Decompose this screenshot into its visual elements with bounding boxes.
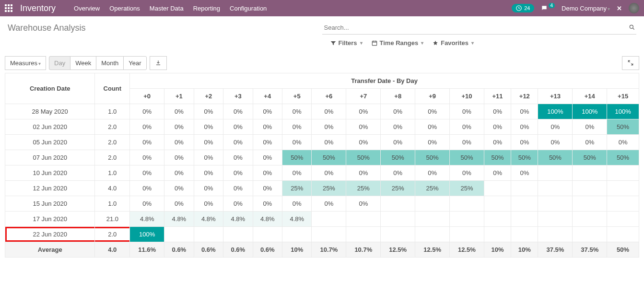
cell-value[interactable]: 50% — [607, 150, 639, 165]
cell-value[interactable]: 0% — [253, 135, 282, 150]
cell-value[interactable]: 0% — [282, 135, 312, 150]
cell-value[interactable] — [573, 212, 607, 227]
cell-value[interactable]: 0% — [223, 119, 253, 135]
cell-value[interactable]: 100% — [538, 104, 573, 119]
cell-value[interactable]: 0% — [346, 165, 381, 181]
cell-value[interactable] — [538, 196, 573, 212]
cell-value[interactable]: 0% — [130, 196, 164, 212]
company-selector[interactable]: Demo Company — [562, 5, 610, 12]
cell-value[interactable]: 0% — [450, 119, 484, 135]
interval-day[interactable]: Day — [49, 56, 70, 70]
cell-value[interactable] — [415, 196, 450, 212]
cell-value[interactable]: 4.8% — [194, 212, 223, 227]
cell-value[interactable]: 0% — [164, 165, 194, 181]
cell-value[interactable] — [538, 212, 573, 227]
cell-value[interactable]: 0% — [194, 150, 223, 165]
cell-value[interactable]: 0% — [253, 150, 282, 165]
measures-button[interactable]: Measures — [5, 56, 46, 70]
cell-value[interactable]: 0% — [312, 165, 346, 181]
cell-value[interactable]: 0% — [415, 104, 450, 119]
cell-value[interactable]: 50% — [450, 150, 484, 165]
cell-value[interactable]: 0% — [450, 104, 484, 119]
cell-value[interactable]: 0% — [130, 135, 164, 150]
cell-value[interactable]: 50% — [381, 150, 415, 165]
cell-value[interactable]: 0% — [253, 165, 282, 181]
cell-value[interactable]: 100% — [130, 227, 164, 242]
cell-value[interactable]: 0% — [130, 119, 164, 135]
cell-value[interactable] — [312, 212, 346, 227]
cell-value[interactable]: 0% — [282, 104, 312, 119]
cell-value[interactable]: 4.8% — [130, 212, 164, 227]
cell-value[interactable] — [346, 227, 381, 242]
interval-year[interactable]: Year — [123, 56, 146, 70]
cell-value[interactable] — [573, 196, 607, 212]
cell-value[interactable]: 0% — [511, 104, 538, 119]
cell-value[interactable] — [450, 212, 484, 227]
cell-value[interactable]: 0% — [164, 181, 194, 196]
cell-value[interactable]: 0% — [194, 165, 223, 181]
cell-value[interactable]: 0% — [346, 104, 381, 119]
cell-value[interactable]: 50% — [484, 150, 511, 165]
cell-value[interactable]: 0% — [381, 104, 415, 119]
table-row[interactable]: 05 Jun 20202.00%0%0%0%0%0%0%0%0%0%0%0%0%… — [5, 135, 639, 150]
cell-value[interactable] — [607, 165, 639, 181]
cell-value[interactable]: 50% — [511, 150, 538, 165]
cell-value[interactable]: 0% — [130, 181, 164, 196]
cell-value[interactable]: 25% — [415, 181, 450, 196]
cell-value[interactable]: 4.8% — [164, 212, 194, 227]
cell-value[interactable]: 0% — [164, 196, 194, 212]
cell-value[interactable]: 0% — [253, 119, 282, 135]
cell-value[interactable] — [381, 212, 415, 227]
cell-value[interactable] — [484, 196, 511, 212]
filters-button[interactable]: Filters — [330, 39, 363, 47]
cell-value[interactable] — [194, 227, 223, 242]
cell-value[interactable]: 0% — [538, 135, 573, 150]
cell-value[interactable]: 25% — [346, 181, 381, 196]
cell-value[interactable]: 25% — [312, 181, 346, 196]
table-row[interactable]: 02 Jun 20202.00%0%0%0%0%0%0%0%0%0%0%0%0%… — [5, 119, 639, 135]
cell-value[interactable]: 0% — [607, 135, 639, 150]
cell-value[interactable] — [312, 227, 346, 242]
cell-value[interactable] — [573, 165, 607, 181]
cell-value[interactable]: 50% — [573, 150, 607, 165]
nav-master-data[interactable]: Master Data — [150, 5, 184, 12]
interval-month[interactable]: Month — [96, 56, 124, 70]
cell-value[interactable] — [484, 212, 511, 227]
cell-value[interactable]: 0% — [130, 150, 164, 165]
timer-badge[interactable]: 24 — [512, 4, 534, 12]
table-row[interactable]: 28 May 20201.00%0%0%0%0%0%0%0%0%0%0%0%0%… — [5, 104, 639, 119]
close-button[interactable]: ✕ — [617, 5, 622, 12]
cell-value[interactable]: 0% — [223, 196, 253, 212]
cell-value[interactable]: 4.8% — [282, 212, 312, 227]
cell-value[interactable]: 25% — [450, 181, 484, 196]
cell-value[interactable] — [607, 196, 639, 212]
cell-value[interactable]: 50% — [538, 150, 573, 165]
search-icon[interactable] — [629, 23, 635, 32]
cell-value[interactable]: 50% — [607, 119, 639, 135]
cell-value[interactable]: 25% — [381, 181, 415, 196]
table-row[interactable]: 07 Jun 20202.00%0%0%0%0%50%50%50%50%50%5… — [5, 150, 639, 165]
cell-value[interactable] — [346, 212, 381, 227]
cell-value[interactable] — [607, 212, 639, 227]
cell-value[interactable]: 0% — [381, 135, 415, 150]
cell-value[interactable]: 100% — [573, 104, 607, 119]
cell-value[interactable]: 50% — [282, 150, 312, 165]
cell-value[interactable]: 50% — [415, 150, 450, 165]
cell-value[interactable]: 0% — [484, 165, 511, 181]
cell-value[interactable]: 0% — [164, 135, 194, 150]
cell-value[interactable]: 0% — [282, 119, 312, 135]
search-input[interactable] — [322, 21, 637, 35]
cell-value[interactable]: 0% — [164, 119, 194, 135]
cell-value[interactable]: 0% — [484, 135, 511, 150]
nav-operations[interactable]: Operations — [109, 5, 140, 12]
cell-value[interactable]: 0% — [282, 165, 312, 181]
nav-configuration[interactable]: Configuration — [230, 5, 267, 12]
cell-value[interactable] — [607, 227, 639, 242]
cell-value[interactable] — [450, 196, 484, 212]
cell-value[interactable]: 0% — [312, 196, 346, 212]
cell-value[interactable]: 0% — [282, 196, 312, 212]
cell-value[interactable] — [484, 181, 511, 196]
cell-value[interactable]: 0% — [381, 119, 415, 135]
cell-value[interactable] — [538, 165, 573, 181]
cell-value[interactable]: 100% — [607, 104, 639, 119]
